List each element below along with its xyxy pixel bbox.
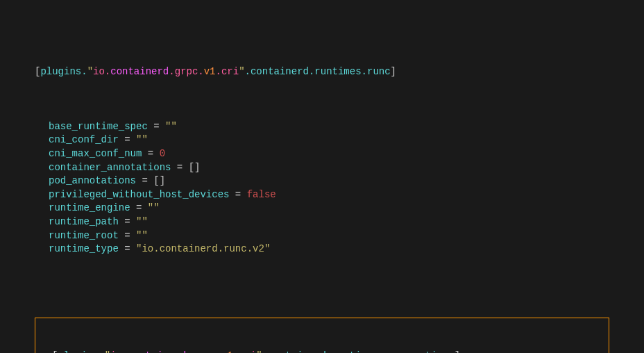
equals-sign: = xyxy=(130,202,148,213)
equals-sign: = xyxy=(119,134,136,145)
config-line: runtime_type = "io.containerd.runc.v2" xyxy=(35,243,609,256)
section1-lines: base_runtime_spec = ""cni_conf_dir = ""c… xyxy=(35,120,609,256)
config-line: runtime_engine = "" xyxy=(35,202,609,215)
equals-sign: = xyxy=(142,148,159,159)
equals-sign: = xyxy=(119,243,136,254)
config-key: runtime_type xyxy=(49,243,119,254)
config-value: "" xyxy=(136,216,148,227)
config-key: cni_max_conf_num xyxy=(49,148,142,159)
config-key: privileged_without_host_devices xyxy=(49,189,229,200)
config-line: privileged_without_host_devices = false xyxy=(35,188,609,202)
config-line: cni_max_conf_num = 0 xyxy=(35,147,609,161)
equals-sign: = xyxy=(229,189,246,200)
equals-sign: = xyxy=(148,121,165,132)
config-key: container_annotations xyxy=(49,162,171,173)
config-value: "io.containerd.runc.v2" xyxy=(136,243,270,254)
config-value: "" xyxy=(136,230,148,241)
bracket-close: ] xyxy=(391,66,396,77)
config-value: [] xyxy=(153,175,165,186)
equals-sign: = xyxy=(171,162,188,173)
config-line: runtime_root = "" xyxy=(35,229,609,243)
config-value: false xyxy=(247,189,276,200)
config-value: [] xyxy=(189,162,201,173)
equals-sign: = xyxy=(119,230,136,241)
highlight-box: [plugins."io.containerd.grpc.v1.cri".con… xyxy=(35,318,609,353)
equals-sign: = xyxy=(119,216,136,227)
config-key: runtime_root xyxy=(49,230,119,241)
config-line: pod_annotations = [] xyxy=(35,174,609,188)
equals-sign: = xyxy=(136,175,153,186)
config-line: cni_conf_dir = "" xyxy=(35,133,609,147)
config-line: base_runtime_spec = "" xyxy=(35,120,609,134)
config-key: runtime_path xyxy=(49,216,119,227)
config-line: runtime_path = "" xyxy=(35,215,609,229)
config-key: base_runtime_spec xyxy=(49,121,148,132)
config-value: "" xyxy=(148,202,160,213)
config-key: cni_conf_dir xyxy=(49,134,119,145)
config-key: runtime_engine xyxy=(49,202,130,213)
toml-config-block: [plugins."io.containerd.grpc.v1.cri".con… xyxy=(35,11,609,353)
section-header-runc-options: [plugins."io.containerd.grpc.v1.cri".con… xyxy=(38,350,606,353)
config-key: pod_annotations xyxy=(49,175,136,186)
token-plugins: plugins xyxy=(40,66,81,77)
config-line: container_annotations = [] xyxy=(35,161,609,175)
config-value: "" xyxy=(165,121,177,132)
section-header-runc: [plugins."io.containerd.grpc.v1.cri".con… xyxy=(35,65,609,79)
config-value: 0 xyxy=(160,148,165,159)
config-value: "" xyxy=(136,134,148,145)
